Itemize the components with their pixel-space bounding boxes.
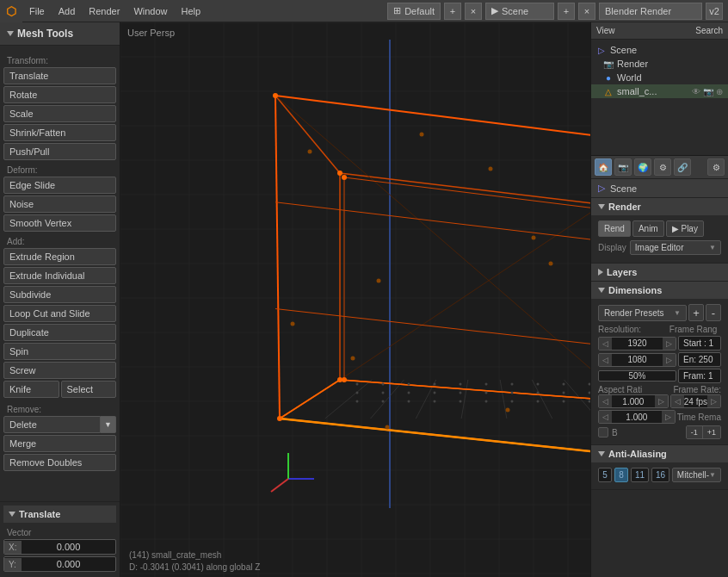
frame-value[interactable]: Fram: 1 [678, 369, 721, 383]
add-screen-btn[interactable]: + [444, 3, 461, 20]
subdivide-btn[interactable]: Subdivide [3, 286, 116, 303]
aspect-y-value[interactable]: 1.000 [612, 413, 662, 422]
rend-tab[interactable]: Rend [598, 220, 631, 237]
delete-btn[interactable]: Delete [3, 416, 101, 433]
add-scene-btn[interactable]: + [558, 3, 575, 20]
aa-num-11[interactable]: 11 [631, 468, 649, 482]
play-tab[interactable]: ▶ Play [666, 220, 704, 237]
layout-selector[interactable]: ⊞ Default [387, 3, 441, 20]
prop-material-btn[interactable]: ⚙ [654, 158, 671, 176]
layers-section-header[interactable]: Layers [591, 264, 728, 281]
aa-section-header[interactable]: Anti-Aliasing [591, 445, 728, 462]
scene-selector[interactable]: ▶ Scene [485, 3, 554, 20]
rotate-btn[interactable]: Rotate [3, 86, 116, 103]
extrude-individual-btn[interactable]: Extrude Individual [3, 267, 116, 284]
render-presets-btn[interactable]: Render Presets ▼ [598, 305, 687, 321]
knife-btn[interactable]: Knife [3, 381, 59, 398]
left-panel: Mesh Tools Transform: Translate Rotate S… [0, 22, 120, 577]
edge-slide-btn[interactable]: Edge Slide [3, 177, 116, 194]
render-icon-small[interactable]: 📷 [703, 87, 713, 96]
push-pull-btn[interactable]: Push/Pull [3, 143, 116, 160]
aa-num-16[interactable]: 16 [651, 468, 669, 482]
3d-viewport[interactable]: User Persp (141) small_crate_mesh D: -0.… [120, 22, 590, 577]
delete-dropdown-btn[interactable]: ▼ [101, 416, 116, 433]
x-field[interactable]: X: 0.000 [3, 539, 116, 555]
percent-value[interactable]: 50% [599, 371, 676, 381]
close-scene-btn[interactable]: × [578, 3, 595, 20]
prop-scene-btn[interactable]: 🏠 [595, 158, 612, 176]
outliner-item-scene[interactable]: ▷ Scene [591, 43, 728, 57]
menu-file[interactable]: File [22, 0, 52, 22]
x-res-value[interactable]: 1920 [612, 338, 663, 348]
duplicate-btn[interactable]: Duplicate [3, 324, 116, 341]
prop-settings-btn[interactable]: ⚙ [707, 158, 725, 176]
render-engine-selector[interactable]: Blender Render [599, 3, 702, 20]
prop-world-btn[interactable]: 🌍 [634, 158, 651, 176]
scene-icon: ▷ [596, 45, 607, 55]
end-frame-value[interactable]: En: 250 [678, 352, 721, 367]
outliner-item-world[interactable]: ● World [591, 71, 728, 84]
extrude-region-btn[interactable]: Extrude Region [3, 248, 116, 265]
shrink-fatten-btn[interactable]: Shrink/Fatten [3, 124, 116, 141]
outliner-item-mesh[interactable]: △ small_c... 👁 📷 ⊕ [591, 84, 728, 98]
display-value[interactable]: Image Editor ▼ [630, 240, 721, 255]
menu-window[interactable]: Window [126, 0, 174, 22]
screw-btn[interactable]: Screw [3, 362, 116, 379]
translate-collapse-icon [9, 512, 15, 517]
scale-btn[interactable]: Scale [3, 105, 116, 122]
render-section-header[interactable]: Render [591, 198, 728, 215]
world-item-label: World [617, 72, 642, 83]
aa-num-8[interactable]: 8 [614, 468, 628, 482]
b-checkbox[interactable] [598, 427, 608, 437]
start-frame-value[interactable]: Start : 1 [678, 336, 721, 351]
y-res-value[interactable]: 1080 [612, 355, 663, 364]
top-menu: File Add Render Window Help [22, 0, 207, 22]
add-preset-btn[interactable]: + [688, 304, 704, 321]
aa-collapse-icon [598, 451, 605, 456]
menu-render[interactable]: Render [82, 0, 126, 22]
y-field[interactable]: Y: 0.000 [3, 556, 116, 572]
loop-cut-slide-btn[interactable]: Loop Cut and Slide [3, 305, 116, 322]
layers-section: Layers [591, 264, 728, 282]
right-panel: View Search ▷ Scene 📷 Render ● World [590, 22, 728, 577]
viewport-status: D: -0.3041 (0.3041) along global Z [129, 562, 260, 572]
remove-doubles-btn[interactable]: Remove Doubles [3, 454, 116, 471]
select-btn[interactable]: Select [61, 381, 117, 398]
display-row: Display Image Editor ▼ [598, 240, 721, 255]
fps-value[interactable]: 24 fps [684, 397, 707, 406]
main-content: Mesh Tools Transform: Translate Rotate S… [0, 22, 728, 577]
dimensions-section-title: Dimensions [608, 285, 662, 295]
aa-num-5[interactable]: 5 [598, 468, 612, 482]
noise-btn[interactable]: Noise [3, 195, 116, 213]
scene-row: ▷ Scene [591, 179, 728, 198]
dimensions-section-header[interactable]: Dimensions [591, 282, 728, 299]
anim-tab[interactable]: Anim [632, 220, 664, 237]
aa-filter-label: Mitchell- [677, 470, 709, 480]
y-label: Y: [4, 558, 22, 571]
translate-btn[interactable]: Translate [3, 67, 116, 84]
prop-camera-btn[interactable]: 📷 [614, 158, 632, 176]
viewport-canvas[interactable] [120, 22, 590, 577]
prop-link-btn[interactable]: 🔗 [674, 158, 691, 176]
smooth-vertex-btn[interactable]: Smooth Vertex [3, 214, 116, 232]
aa-filter-btn[interactable]: Mitchell- ▼ [672, 468, 721, 482]
aspect-x-value[interactable]: 1.000 [612, 397, 655, 406]
menu-add[interactable]: Add [52, 0, 83, 22]
visibility-icon[interactable]: 👁 [692, 87, 700, 96]
y-resolution-row: ◁ 1080 ▷ En: 250 [598, 352, 721, 367]
outliner: View Search ▷ Scene 📷 Render ● World [591, 22, 728, 156]
merge-btn[interactable]: Merge [3, 435, 116, 452]
outliner-search-btn[interactable]: Search [695, 26, 723, 35]
outliner-view-btn[interactable]: View [596, 26, 615, 35]
spin-btn[interactable]: Spin [3, 343, 116, 360]
deform-label: Deform: [3, 164, 116, 177]
b-row: B -1 +1 [598, 425, 721, 439]
remove-preset-btn[interactable]: - [706, 304, 721, 321]
close-screen-btn[interactable]: × [465, 3, 482, 20]
pos1-btn[interactable]: +1 [702, 426, 720, 438]
layout-label: Default [404, 6, 435, 16]
neg1-btn[interactable]: -1 [687, 426, 702, 438]
outliner-item-render[interactable]: 📷 Render [591, 57, 728, 71]
render-presets-label: Render Presets [604, 308, 663, 318]
menu-help[interactable]: Help [175, 0, 208, 22]
